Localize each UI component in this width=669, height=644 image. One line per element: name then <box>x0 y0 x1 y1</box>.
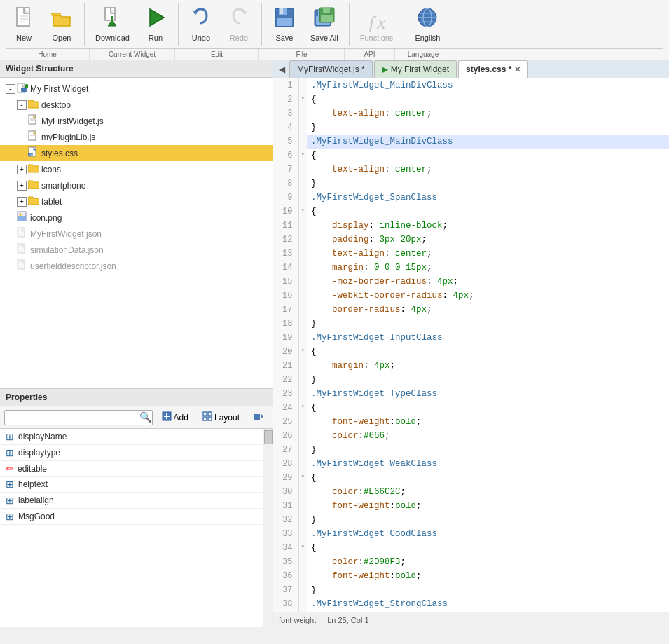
fold-indicator <box>298 485 307 499</box>
code-line[interactable]: { <box>307 93 669 107</box>
code-line[interactable]: .MyFirstWidget_SpanClass <box>307 191 669 205</box>
code-line[interactable]: { <box>307 205 669 219</box>
properties-scrollbar[interactable] <box>263 429 273 627</box>
property-list[interactable]: ⊞ displayName ⊞ displaytype ✏ editable ⊞… <box>0 429 263 627</box>
run-button[interactable]: Run <box>137 3 174 46</box>
save-all-button[interactable]: Save All <box>304 3 345 46</box>
code-line[interactable]: .MyFirstWidget_MainDivClass <box>307 78 669 93</box>
prop-item-labelalign[interactable]: ⊞ labelalign <box>0 493 263 509</box>
fold-indicator[interactable]: ▾ <box>298 93 307 107</box>
save-button[interactable]: Save <box>266 3 303 46</box>
code-line[interactable]: } <box>307 317 669 331</box>
code-editor[interactable]: 1.MyFirstWidget_MainDivClass2▾{3 text-al… <box>273 78 669 612</box>
prop-item-helptext[interactable]: ⊞ helptext <box>0 477 263 493</box>
open-button[interactable]: Open <box>43 3 80 46</box>
english-button[interactable]: English <box>408 3 446 46</box>
tree-toggle-desktop[interactable]: - <box>17 100 27 110</box>
line-number: 32 <box>273 513 298 527</box>
code-line[interactable]: .MyFirstWidget_TypeClass <box>307 387 669 401</box>
tree-item-ufd-json[interactable]: userfielddescriptor.json <box>0 258 273 274</box>
code-line[interactable]: } <box>307 177 669 191</box>
tree-toggle-tablet[interactable]: + <box>17 197 27 207</box>
tree-item-icons[interactable]: + icons <box>0 161 273 177</box>
property-search-button[interactable]: 🔍 <box>139 411 151 423</box>
fold-indicator[interactable]: ▾ <box>298 401 307 415</box>
code-line[interactable]: text-align: center; <box>307 163 669 177</box>
code-line[interactable]: color:#2D98F3; <box>307 555 669 569</box>
code-line[interactable]: text-align: center; <box>307 247 669 261</box>
add-property-button[interactable]: Add <box>157 409 193 425</box>
code-line[interactable]: } <box>307 513 669 527</box>
fold-indicator[interactable]: ▾ <box>298 149 307 163</box>
code-line[interactable]: { <box>307 401 669 415</box>
code-line[interactable]: -moz-border-radius: 4px; <box>307 275 669 289</box>
prop-item-displayname[interactable]: ⊞ displayName <box>0 429 263 445</box>
fold-indicator <box>298 443 307 457</box>
code-line[interactable]: text-align: center; <box>307 107 669 121</box>
layout-button[interactable]: Layout <box>198 409 244 425</box>
code-line[interactable]: } <box>307 373 669 387</box>
toolbar-group-home: New Open <box>6 3 80 46</box>
code-line[interactable]: color:#E66C2C; <box>307 485 669 499</box>
code-line[interactable]: } <box>307 583 669 597</box>
widget-structure-panel: Widget Structure - My First Widget - <box>0 60 273 389</box>
code-line[interactable]: display: inline-block; <box>307 219 669 233</box>
tree-item-tablet[interactable]: + tablet <box>0 193 273 210</box>
code-line[interactable]: .MyFirstWidget_InputClass <box>307 331 669 345</box>
code-line[interactable]: } <box>307 443 669 457</box>
prop-item-msggood[interactable]: ⊞ MsgGood <box>0 509 263 525</box>
prop-item-displaytype[interactable]: ⊞ displaytype <box>0 445 263 461</box>
new-button[interactable]: New <box>6 3 42 46</box>
code-line[interactable]: -webkit-border-radius: 4px; <box>307 289 669 303</box>
code-line[interactable]: } <box>307 121 669 135</box>
tree-item-plugin-js[interactable]: myPluginLib.js <box>0 129 273 145</box>
tab-nav-left[interactable]: ◀ <box>276 63 288 76</box>
code-line[interactable]: margin: 0 0 0 15px; <box>307 261 669 275</box>
code-line[interactable]: font-weight:bold; <box>307 415 669 429</box>
code-line[interactable]: font-weight:bold; <box>307 499 669 513</box>
tab-close-css[interactable]: ✕ <box>514 65 520 74</box>
toolbar-group-file: Save Save All <box>266 3 345 46</box>
tree-toggle-root[interactable]: - <box>6 84 15 94</box>
tree-item-mfw-js[interactable]: MyFirstWidget.js <box>0 113 273 129</box>
tree-item-smartphone[interactable]: + smartphone <box>0 177 273 193</box>
functions-button[interactable]: ƒx Functions <box>354 9 400 46</box>
code-line[interactable]: .MyFirstWidget_MainDivClass <box>307 135 669 149</box>
code-line[interactable]: .MyFirstWidget_StrongClass <box>307 597 669 611</box>
line-number: 33 <box>273 527 298 541</box>
code-line[interactable]: border-radius: 4px; <box>307 303 669 317</box>
code-line[interactable]: padding: 3px 20px; <box>307 233 669 247</box>
prop-item-editable[interactable]: ✏ editable <box>0 461 263 477</box>
download-button[interactable]: Download <box>89 3 136 46</box>
tree-item-root[interactable]: - My First Widget <box>0 81 273 97</box>
more-options-button[interactable] <box>249 409 268 425</box>
tree-item-desktop[interactable]: - desktop <box>0 97 273 113</box>
tab-css[interactable]: styles.css * ✕ <box>458 60 528 78</box>
property-search-input[interactable] <box>4 410 153 425</box>
code-line[interactable]: .MyFirstWidget_WeakClass <box>307 457 669 471</box>
code-line[interactable]: margin: 4px; <box>307 359 669 373</box>
tree-item-sim-json[interactable]: simulationData.json <box>0 242 273 258</box>
tree-item-mfw-json[interactable]: MyFirstWidget.json <box>0 226 273 242</box>
code-line[interactable]: { <box>307 471 669 485</box>
tree-toggle-icons[interactable]: + <box>17 165 27 174</box>
fold-indicator[interactable]: ▾ <box>298 471 307 485</box>
tree-toggle-smartphone[interactable]: + <box>17 181 27 191</box>
fold-indicator[interactable]: ▾ <box>298 541 307 555</box>
tab-preview[interactable]: ▶ My First Widget <box>374 60 457 78</box>
code-line[interactable]: { <box>307 149 669 163</box>
tree-item-styles-css[interactable]: css styles.css <box>0 145 273 161</box>
code-line[interactable]: .MyFirstWidget_GoodClass <box>307 527 669 541</box>
tab-js[interactable]: MyFirstWidget.js * <box>289 60 373 78</box>
tree-area[interactable]: - My First Widget - desktop <box>0 78 273 388</box>
code-line[interactable]: font-weight:bold; <box>307 569 669 583</box>
tree-item-icon-png[interactable]: icon.png <box>0 210 273 226</box>
redo-button[interactable]: Redo <box>221 3 257 46</box>
code-line[interactable]: { <box>307 345 669 359</box>
scrollbar-thumb[interactable] <box>264 430 273 444</box>
fold-indicator[interactable]: ▾ <box>298 345 307 359</box>
code-line[interactable]: { <box>307 541 669 555</box>
fold-indicator[interactable]: ▾ <box>298 205 307 219</box>
undo-button[interactable]: Undo <box>183 3 219 46</box>
code-line[interactable]: color:#666; <box>307 429 669 443</box>
